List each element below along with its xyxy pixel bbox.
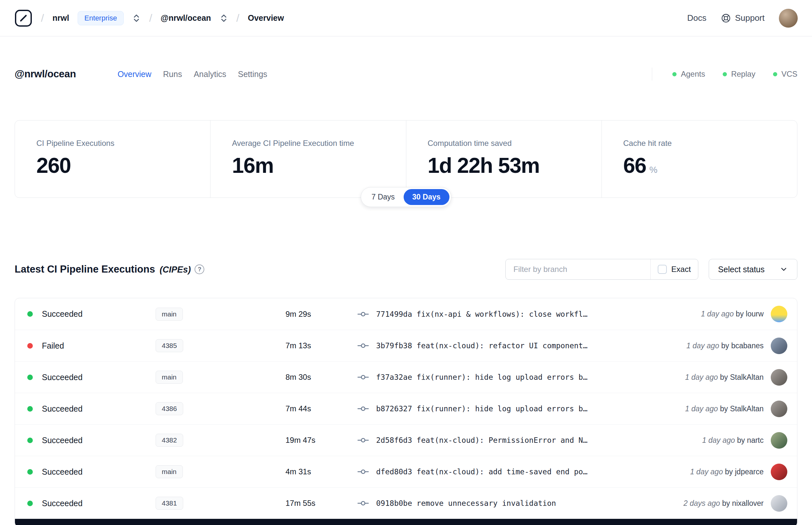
branch-cell: main [156,371,286,384]
time-author: 2 days ago by nixallover [684,499,764,508]
duration: 4m 31s [286,467,357,476]
workspace-switcher-chevrons-icon[interactable] [219,13,228,24]
duration: 17m 55s [286,499,357,508]
top-navbar: / nrwl Enterprise / @nrwl/ocean / Overvi… [0,0,812,36]
exact-checkbox[interactable] [658,265,667,274]
time-ago: 1 day ago [685,404,718,413]
tab-analytics[interactable]: Analytics [194,70,226,79]
time-ago: 1 day ago [702,436,735,445]
support-label: Support [735,13,765,23]
git-commit-icon [357,499,369,507]
breadcrumb: / nrwl Enterprise / @nrwl/ocean / Overvi… [14,9,284,27]
table-row[interactable]: Succeeded main 9m 29s 771499da fix(nx-ap… [15,298,797,330]
duration: 7m 44s [286,404,357,413]
date-range-toggle: 7 Days 30 Days [361,187,451,207]
help-icon[interactable]: ? [195,265,204,274]
stat-value: 1d 22h 53m [428,153,595,178]
range-7-days-button[interactable]: 7 Days [363,189,404,205]
commit-cell: 0918b0be remove unnecessary invalidation [357,499,677,508]
breadcrumb-separator: / [149,12,152,24]
indicator-vcs[interactable]: VCS [773,70,797,79]
exact-label: Exact [671,265,691,274]
indicator-label: VCS [781,70,797,79]
breadcrumb-org[interactable]: nrwl [52,13,69,23]
support-link[interactable]: Support [721,13,765,24]
org-switcher-chevrons-icon[interactable] [132,13,141,24]
time-author: 1 day ago by StalkAltan [685,404,764,413]
stats-cards: CI Pipeline Executions 260 Average CI Pi… [15,120,797,198]
main-content: @nrwl/ocean Overview Runs Analytics Sett… [0,68,812,525]
row-meta: 1 day ago by StalkAltan [678,401,787,417]
stat-value-number: 66 [623,153,646,177]
duration: 19m 47s [286,436,357,445]
time-author: 1 day ago by jdpearce [690,467,764,476]
git-commit-icon [357,436,369,444]
table-row[interactable]: Succeeded 4382 19m 47s 2d58f6d3 feat(nx-… [15,424,797,456]
docs-link[interactable]: Docs [687,13,706,23]
table-row[interactable]: Succeeded main 4m 31s dfed80d3 feat(nx-c… [15,456,797,487]
range-30-days-button[interactable]: 30 Days [403,189,449,205]
breadcrumb-page: Overview [248,13,284,23]
author: by StalkAltan [720,404,764,413]
commit-message: 771499da fix(nx-api & workflows): close … [376,310,587,318]
breadcrumb-separator: / [41,12,44,24]
cipe-table-body: Succeeded main 9m 29s 771499da fix(nx-ap… [15,298,797,519]
tab-overview[interactable]: Overview [118,70,151,79]
indicator-label: Replay [731,70,755,79]
status-label: Succeeded [42,436,156,445]
row-meta: 1 day ago by nartc [696,432,787,449]
branch-filter-input[interactable] [506,265,650,274]
branch-badge: main [156,371,183,384]
stat-value: 16m [232,153,399,178]
commit-cell: 3b79fb38 feat(nx-cloud): refactor UI com… [357,342,680,350]
status-dot [27,375,33,380]
cipe-table: Succeeded main 9m 29s 771499da fix(nx-ap… [15,298,797,525]
tab-settings[interactable]: Settings [238,70,267,79]
duration: 9m 29s [286,310,357,319]
time-ago: 1 day ago [686,342,719,350]
cipes-title-group: Latest CI Pipeline Executions (CIPEs) [15,264,191,275]
status-label: Succeeded [42,467,156,477]
avatar [771,306,787,322]
commit-message: f37a32ae fix(runner): hide log upload er… [376,373,587,381]
branch-cell: 4381 [156,497,286,510]
duration: 7m 13s [286,341,357,350]
chevron-down-icon [780,265,788,273]
author: by lourw [736,310,764,318]
table-row[interactable]: Failed 4385 7m 13s 3b79fb38 feat(nx-clou… [15,330,797,361]
user-avatar[interactable] [779,9,798,28]
tab-runs[interactable]: Runs [163,70,182,79]
status-dot [27,343,33,349]
status-label: Succeeded [42,309,156,319]
indicator-agents[interactable]: Agents [672,70,705,79]
select-status-button[interactable]: Select status [709,259,797,280]
table-row[interactable]: Succeeded main 8m 30s f37a32ae fix(runne… [15,361,797,393]
avatar [771,464,787,480]
time-author: 1 day ago by lourw [701,310,764,318]
breadcrumb-workspace[interactable]: @nrwl/ocean [161,13,211,23]
commit-message: 3b79fb38 feat(nx-cloud): refactor UI com… [376,342,587,350]
time-ago: 1 day ago [685,373,718,381]
indicator-replay[interactable]: Replay [723,70,755,79]
time-ago: 1 day ago [690,467,723,476]
git-commit-icon [357,373,369,381]
cipes-section-header: Latest CI Pipeline Executions (CIPEs) ? … [15,259,797,280]
table-row[interactable]: Succeeded 4386 7m 44s b8726327 fix(runne… [15,393,797,424]
header-status-area: Agents Replay VCS [652,68,797,80]
stat-card-ci-executions: CI Pipeline Executions 260 [15,121,210,197]
nx-logo[interactable] [14,9,32,27]
row-meta: 2 days ago by nixallover [677,495,787,512]
branch-badge: 4385 [156,339,183,352]
branch-badge: 4381 [156,497,183,510]
status-dot [27,406,33,411]
author: by nixallover [722,499,764,508]
commit-cell: f37a32ae fix(runner): hide log upload er… [357,373,678,381]
cipes-title-suffix: (CIPEs) [159,265,191,275]
branch-cell: 4386 [156,402,286,415]
author: by StalkAltan [720,373,764,381]
table-row[interactable]: Succeeded 4381 17m 55s 0918b0be remove u… [15,487,797,519]
navbar-right: Docs Support [687,9,798,28]
status-dot [27,501,33,506]
branch-badge: 4382 [156,434,183,447]
duration: 8m 30s [286,373,357,382]
